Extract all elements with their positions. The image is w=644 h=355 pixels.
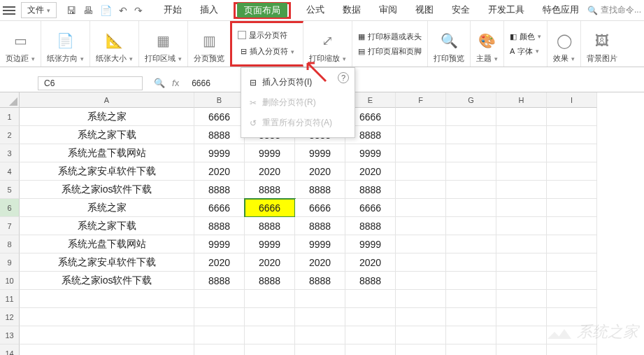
cell[interactable]: 系统之家下载: [20, 126, 194, 144]
column-header-B[interactable]: B: [194, 92, 245, 108]
cell[interactable]: [496, 108, 547, 126]
cell[interactable]: 系统之家ios软件下载: [20, 272, 194, 290]
cell[interactable]: 2020: [245, 162, 295, 181]
themes-button[interactable]: 🎨主题: [471, 21, 504, 67]
cell[interactable]: [194, 290, 245, 308]
cell[interactable]: 6666: [345, 199, 396, 217]
print-scaling-button[interactable]: ⤢打印缩放: [303, 21, 352, 67]
cell[interactable]: 8888: [245, 217, 295, 235]
cell[interactable]: [194, 326, 245, 344]
print-area-button[interactable]: ▦打印区域: [139, 21, 188, 67]
cell[interactable]: [396, 162, 446, 181]
cell[interactable]: 8888: [295, 181, 345, 199]
cell[interactable]: 2020: [245, 253, 295, 272]
cell[interactable]: [396, 217, 446, 235]
cell[interactable]: [547, 217, 597, 235]
cell[interactable]: 9999: [245, 144, 295, 162]
cell[interactable]: 9999: [245, 235, 295, 253]
tab-page-layout[interactable]: 页面布局: [237, 3, 287, 18]
cell[interactable]: 系统之家: [20, 199, 194, 217]
cell[interactable]: [396, 344, 446, 355]
row-header[interactable]: 7: [0, 217, 20, 235]
orientation-button[interactable]: 📄纸张方向: [41, 21, 90, 67]
tab-special[interactable]: 特色应用: [540, 2, 582, 19]
column-header-F[interactable]: F: [396, 92, 446, 108]
row-header[interactable]: 1: [0, 108, 20, 126]
tab-formulas[interactable]: 公式: [303, 2, 327, 19]
cell[interactable]: [295, 290, 345, 308]
cell[interactable]: 8888: [345, 272, 396, 290]
row-header[interactable]: 11: [0, 290, 20, 308]
cell[interactable]: [446, 181, 496, 199]
cell[interactable]: [446, 217, 496, 235]
column-header-I[interactable]: I: [547, 92, 597, 108]
cell[interactable]: [496, 290, 547, 308]
cell[interactable]: [396, 272, 446, 290]
row-header[interactable]: 6: [0, 199, 20, 217]
cell[interactable]: 2020: [295, 162, 345, 181]
cell[interactable]: 9999: [345, 144, 396, 162]
margins-button[interactable]: ▭页边距: [0, 21, 41, 67]
cell[interactable]: [496, 235, 547, 253]
cell[interactable]: 2020: [345, 162, 396, 181]
cell[interactable]: [245, 308, 295, 326]
cell[interactable]: [496, 308, 547, 326]
cell[interactable]: [345, 290, 396, 308]
cell[interactable]: [446, 272, 496, 290]
file-menu[interactable]: 文件▾: [21, 2, 57, 18]
cell[interactable]: [295, 344, 345, 355]
grid[interactable]: 系统之家6666666666666666系统之家下载88888888888888…: [20, 108, 644, 355]
background-button[interactable]: 🖼背景图片: [581, 21, 623, 67]
cell[interactable]: [446, 326, 496, 344]
redo-icon[interactable]: ↷: [134, 5, 143, 16]
cell[interactable]: [295, 326, 345, 344]
cell[interactable]: 系统之家ios软件下载: [20, 181, 194, 199]
cell[interactable]: 8888: [194, 272, 245, 290]
cell[interactable]: [547, 144, 597, 162]
cell[interactable]: [547, 162, 597, 181]
cell[interactable]: 系统之家安卓软件下载: [20, 253, 194, 272]
tab-view[interactable]: 视图: [413, 2, 436, 19]
print-preview-button[interactable]: 🔍打印预览: [428, 21, 471, 67]
cell[interactable]: [496, 217, 547, 235]
cell[interactable]: 系统光盘下载网站: [20, 144, 194, 162]
cell[interactable]: [496, 272, 547, 290]
cell[interactable]: 9999: [194, 235, 245, 253]
colors-button[interactable]: ◧颜色▾: [510, 32, 541, 42]
cell[interactable]: [20, 308, 194, 326]
column-header-A[interactable]: A: [20, 92, 194, 108]
cell[interactable]: 8888: [194, 217, 245, 235]
cell[interactable]: [547, 199, 597, 217]
cell[interactable]: 2020: [295, 253, 345, 272]
cell[interactable]: [396, 308, 446, 326]
cell[interactable]: 8888: [245, 181, 295, 199]
cell[interactable]: 系统之家: [20, 108, 194, 126]
tab-review[interactable]: 审阅: [376, 2, 400, 19]
cell[interactable]: [547, 181, 597, 199]
tab-home[interactable]: 开始: [161, 2, 185, 19]
save-icon[interactable]: 🖫: [66, 5, 76, 16]
cell[interactable]: 系统之家下载: [20, 217, 194, 235]
cell[interactable]: [396, 290, 446, 308]
cell[interactable]: 8888: [194, 126, 245, 144]
row-header[interactable]: 13: [0, 326, 20, 344]
cell[interactable]: [446, 108, 496, 126]
cell[interactable]: [446, 126, 496, 144]
cell[interactable]: [496, 199, 547, 217]
fonts-button[interactable]: A字体▾: [510, 46, 541, 57]
row-header[interactable]: 4: [0, 162, 20, 181]
row-header[interactable]: 10: [0, 272, 20, 290]
effects-button[interactable]: ◯效果: [548, 21, 581, 67]
cell[interactable]: [345, 344, 396, 355]
print-header-footer-button[interactable]: ▤打印页眉和页脚: [358, 46, 422, 57]
cell[interactable]: [194, 344, 245, 355]
row-header[interactable]: 14: [0, 344, 20, 355]
tab-data[interactable]: 数据: [340, 2, 364, 19]
cell[interactable]: [496, 326, 547, 344]
cell[interactable]: [496, 162, 547, 181]
cell[interactable]: [20, 344, 194, 355]
column-header-H[interactable]: H: [496, 92, 547, 108]
cell[interactable]: [396, 199, 446, 217]
cell[interactable]: [20, 290, 194, 308]
trace-icon[interactable]: 🔍: [154, 78, 165, 88]
